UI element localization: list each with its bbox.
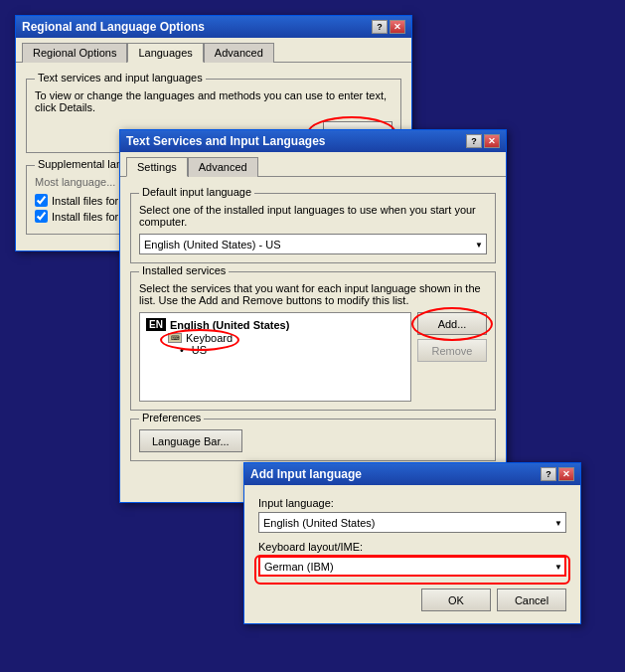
help-btn-regional[interactable]: ? [372, 20, 388, 34]
input-lang-select-wrapper: English (United States) [258, 512, 566, 533]
lang-code-en: EN [146, 318, 166, 331]
keyboard-layout-select-wrapper: German (IBM) [258, 556, 566, 577]
keyboard-layout-label: Keyboard layout/IME: [258, 541, 566, 553]
groupbox-default-lang: Default input language Select one of the… [130, 193, 496, 263]
text-services-desc: To view or change the languages and meth… [35, 89, 392, 113]
groupbox-installed-label: Installed services [139, 264, 229, 276]
title-bar-buttons-ai: ? ✕ [541, 467, 574, 481]
installed-list[interactable]: EN English (United States) ⌨ Keyboard • … [139, 312, 411, 402]
default-lang-select-wrapper: English (United States) - US [139, 234, 487, 254]
checkbox-complex-input[interactable] [35, 194, 48, 207]
input-lang-label: Input language: [258, 497, 566, 509]
close-btn-ts[interactable]: ✕ [484, 134, 500, 148]
add-input-buttons: OK Cancel [258, 588, 566, 611]
dialog-text-services: Text Services and Input Languages ? ✕ Se… [119, 129, 507, 503]
title-regional: Regional and Language Options [22, 20, 205, 34]
preferences-content: Language Bar... [139, 429, 487, 452]
us-label: US [192, 344, 207, 356]
default-lang-content: Select one of the installed input langua… [139, 204, 487, 254]
help-btn-ai[interactable]: ? [541, 467, 556, 481]
installed-desc: Select the services that you want for ea… [139, 282, 487, 306]
keyboard-icon: ⌨ [168, 333, 182, 343]
title-bar-text-services: Text Services and Input Languages ? ✕ [120, 130, 506, 152]
tab-advanced-regional[interactable]: Advanced [204, 43, 274, 63]
tab-strip-regional: Regional Options Languages Advanced [16, 38, 411, 63]
title-add-input: Add Input language [250, 467, 362, 481]
tab-settings[interactable]: Settings [126, 157, 188, 177]
add-button[interactable]: Add... [417, 312, 487, 335]
tab-strip-ts: Settings Advanced [120, 152, 506, 177]
title-text-services: Text Services and Input Languages [126, 134, 326, 148]
groupbox-preferences-label: Preferences [139, 412, 204, 423]
default-lang-select[interactable]: English (United States) - US [139, 234, 487, 254]
list-item-keyboard-category[interactable]: ⌨ Keyboard [144, 332, 406, 344]
list-item-english[interactable]: EN English (United States) [144, 317, 406, 332]
lang-name-english: English (United States) [170, 319, 289, 331]
checkbox-east-asian-input[interactable] [35, 210, 48, 223]
installed-content: Select the services that you want for ea… [139, 282, 487, 402]
keyboard-layout-section: Keyboard layout/IME: German (IBM) [258, 541, 566, 577]
groupbox-text-services-label: Text services and input languages [35, 72, 206, 84]
close-btn-regional[interactable]: ✕ [390, 20, 405, 34]
installed-buttons: Add... Remove [417, 312, 487, 402]
installed-layout: EN English (United States) ⌨ Keyboard • … [139, 312, 487, 402]
help-btn-ts[interactable]: ? [466, 134, 482, 148]
default-lang-desc: Select one of the installed input langua… [139, 204, 487, 228]
close-btn-ai[interactable]: ✕ [558, 467, 574, 481]
input-lang-section: Input language: English (United States) [258, 497, 566, 533]
title-bar-buttons-regional: ? ✕ [372, 20, 405, 34]
input-lang-select[interactable]: English (United States) [258, 512, 566, 533]
add-input-cancel-button[interactable]: Cancel [497, 588, 566, 611]
groupbox-preferences: Preferences Language Bar... [130, 419, 496, 461]
add-input-ok-button[interactable]: OK [421, 588, 491, 611]
title-bar-add-input: Add Input language ? ✕ [244, 463, 580, 485]
groupbox-installed: Installed services Select the services t… [130, 271, 496, 411]
add-button-wrapper: Add... [417, 312, 487, 335]
title-bar-buttons-ts: ? ✕ [466, 134, 500, 148]
keyboard-layout-select[interactable]: German (IBM) [258, 556, 566, 577]
tab-languages[interactable]: Languages [127, 43, 203, 63]
groupbox-default-label: Default input language [139, 186, 254, 198]
remove-button[interactable]: Remove [417, 339, 487, 362]
title-bar-regional: Regional and Language Options ? ✕ [16, 16, 411, 38]
tab-advanced-ts[interactable]: Advanced [188, 157, 258, 177]
ts-content: Default input language Select one of the… [120, 177, 506, 502]
tab-regional-options[interactable]: Regional Options [22, 43, 127, 63]
language-bar-button[interactable]: Language Bar... [139, 429, 242, 452]
list-item-us[interactable]: • US [144, 344, 406, 356]
add-input-content: Input language: English (United States) … [244, 485, 580, 623]
dialog-add-input: Add Input language ? ✕ Input language: E… [243, 462, 581, 624]
keyboard-label: Keyboard [186, 332, 233, 344]
